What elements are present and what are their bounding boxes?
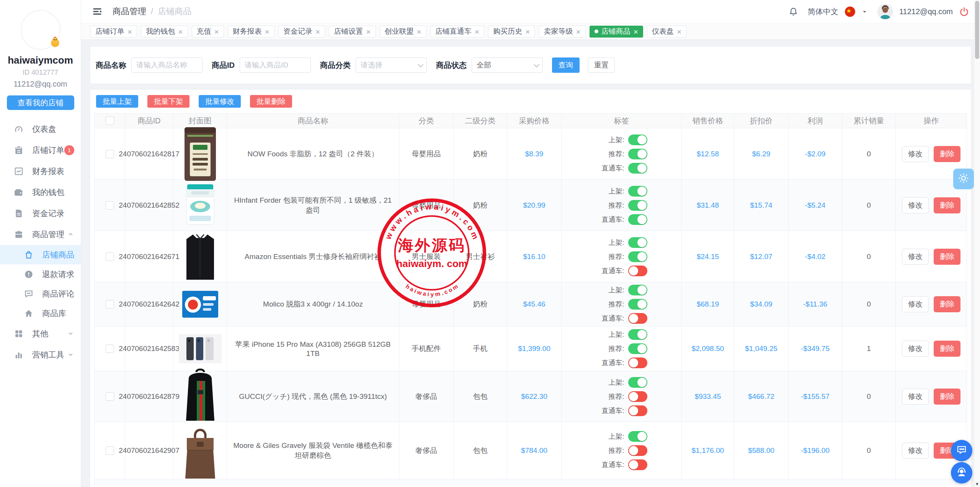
chat-button[interactable] [951, 440, 972, 461]
settings-gear-button[interactable] [953, 169, 974, 189]
scrollbar-down-arrow[interactable]: ▼ [974, 482, 980, 486]
account-avatar[interactable] [877, 4, 893, 20]
sidebar-item[interactable]: 其他 [0, 323, 81, 344]
notifications-bell-icon[interactable] [788, 7, 799, 17]
close-tab-icon[interactable]: × [576, 28, 580, 36]
recommended-toggle[interactable] [628, 343, 647, 354]
tab[interactable]: 店铺直通车 × [430, 26, 484, 38]
sidebar-item[interactable]: 我的钱包 [0, 182, 81, 203]
sidebar-item[interactable]: 财务报表 [0, 161, 81, 182]
row-checkbox[interactable] [106, 201, 114, 210]
close-tab-icon[interactable]: × [265, 28, 270, 36]
tab[interactable]: 资金记录 × [278, 26, 325, 38]
close-tab-icon[interactable]: × [525, 28, 530, 36]
close-tab-icon[interactable]: × [315, 28, 320, 36]
category-select[interactable]: 请选择 [356, 57, 427, 73]
delete-button[interactable]: 删除 [934, 341, 960, 357]
tab[interactable]: 财务报表 × [228, 26, 274, 38]
edit-button[interactable]: 修改 [902, 197, 929, 213]
recommended-toggle[interactable] [628, 251, 647, 262]
sidebar-item[interactable]: 商品评论 [0, 284, 81, 303]
tab[interactable]: 仪表盘 × [647, 26, 686, 38]
tab[interactable]: 店铺订单 × [90, 26, 137, 38]
sidebar-item[interactable]: 退款请求 [0, 264, 81, 284]
tab[interactable]: 充值 × [192, 26, 224, 38]
user-avatar[interactable] [21, 10, 60, 50]
batch-edit-button[interactable]: 批量修改 [199, 95, 241, 108]
listed-toggle[interactable] [628, 329, 647, 340]
edit-button[interactable]: 修改 [902, 296, 929, 312]
close-tab-icon[interactable]: × [127, 28, 132, 36]
listed-toggle[interactable] [628, 285, 647, 295]
customer-service-button[interactable] [951, 462, 972, 484]
page-scrollbar[interactable]: ▼ [974, 0, 980, 487]
row-checkbox[interactable] [106, 300, 114, 308]
recommended-toggle[interactable] [628, 149, 647, 159]
recommended-toggle[interactable] [628, 391, 647, 402]
direct-train-toggle[interactable] [628, 357, 647, 368]
select-all-checkbox[interactable] [106, 116, 114, 125]
direct-train-toggle[interactable] [628, 214, 647, 225]
row-checkbox[interactable] [106, 446, 114, 455]
edit-button[interactable]: 修改 [902, 341, 929, 357]
collapse-menu-icon[interactable] [92, 6, 103, 17]
status-select[interactable]: 全部 [472, 57, 543, 73]
delete-button[interactable]: 删除 [934, 296, 960, 312]
direct-train-toggle[interactable] [628, 405, 647, 416]
breadcrumb-root[interactable]: 商品管理 [113, 6, 146, 17]
edit-button[interactable]: 修改 [902, 249, 929, 265]
delete-button[interactable]: 删除 [934, 249, 960, 265]
tab[interactable]: 店铺商品 × [590, 26, 643, 38]
delete-button[interactable]: 删除 [934, 389, 960, 405]
sidebar-item[interactable]: 店铺订单 1 [0, 139, 81, 161]
close-tab-icon[interactable]: × [178, 28, 183, 36]
tab[interactable]: 店铺设置 × [329, 26, 376, 38]
scrollbar-thumb[interactable] [975, 1, 979, 59]
close-tab-icon[interactable]: × [634, 28, 638, 36]
product-id-input[interactable] [240, 57, 311, 73]
delete-button[interactable]: 删除 [934, 197, 960, 213]
direct-train-toggle[interactable] [628, 313, 647, 324]
batch-off-shelf-button[interactable]: 批量下架 [147, 95, 189, 108]
tab[interactable]: 创业联盟 × [380, 26, 426, 38]
sidebar-item[interactable]: 商品管理 [0, 224, 81, 245]
close-tab-icon[interactable]: × [475, 28, 479, 36]
close-tab-icon[interactable]: × [677, 28, 681, 36]
batch-delete-button[interactable]: 批量删除 [250, 95, 292, 108]
close-tab-icon[interactable]: × [214, 28, 219, 36]
close-tab-icon[interactable]: × [366, 28, 371, 36]
tab[interactable]: 我的钱包 × [141, 26, 188, 38]
tab[interactable]: 购买历史 × [488, 26, 535, 38]
sidebar-item[interactable]: 店铺商品 [0, 245, 81, 264]
sidebar-item[interactable]: 营销工具 [0, 344, 81, 365]
edit-button[interactable]: 修改 [902, 443, 929, 459]
sidebar-item[interactable]: 商品库 [0, 303, 81, 323]
china-flag-icon[interactable] [844, 6, 856, 17]
reset-button[interactable]: 重置 [588, 57, 615, 73]
tab[interactable]: 卖家等级 × [539, 26, 585, 38]
row-checkbox[interactable] [106, 253, 114, 261]
listed-toggle[interactable] [628, 377, 647, 388]
language-caret-icon[interactable] [862, 9, 867, 15]
account-email[interactable]: 11212@qq.com [899, 7, 953, 16]
batch-on-shelf-button[interactable]: 批量上架 [96, 95, 138, 108]
row-checkbox[interactable] [106, 392, 114, 401]
direct-train-toggle[interactable] [628, 459, 647, 470]
sidebar-item[interactable]: 仪表盘 [0, 118, 81, 139]
language-label[interactable]: 简体中文 [808, 7, 838, 17]
search-button[interactable]: 查询 [552, 57, 580, 73]
edit-button[interactable]: 修改 [902, 389, 929, 405]
delete-button[interactable]: 删除 [934, 146, 960, 162]
view-shop-button[interactable]: 查看我的店铺 [7, 95, 74, 110]
recommended-toggle[interactable] [628, 200, 647, 211]
product-name-input[interactable] [131, 57, 203, 73]
edit-button[interactable]: 修改 [902, 146, 929, 162]
listed-toggle[interactable] [628, 431, 647, 442]
direct-train-toggle[interactable] [628, 163, 647, 174]
row-checkbox[interactable] [106, 344, 114, 353]
listed-toggle[interactable] [628, 186, 647, 197]
listed-toggle[interactable] [628, 134, 647, 145]
close-tab-icon[interactable]: × [417, 28, 421, 36]
recommended-toggle[interactable] [628, 299, 647, 310]
row-checkbox[interactable] [106, 150, 114, 158]
